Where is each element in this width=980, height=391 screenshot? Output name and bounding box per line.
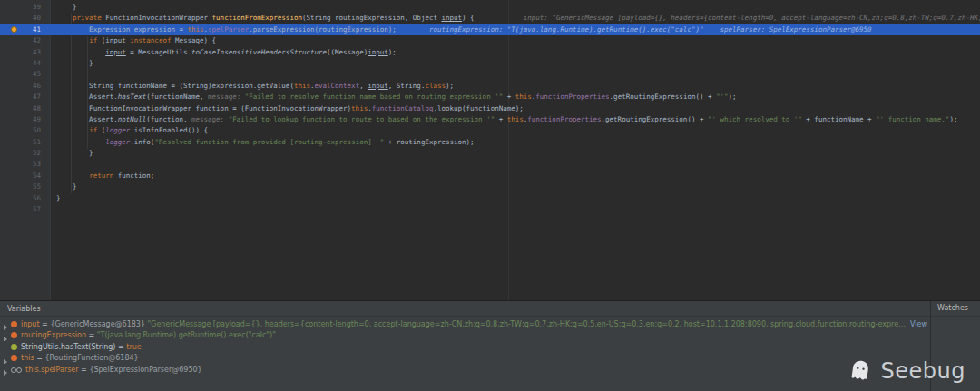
code-text[interactable]: Expression expression = this.spelParser.… <box>51 24 980 35</box>
variable-text: this.spelParser <box>25 366 79 374</box>
variable-text: this <box>21 354 34 362</box>
code-token: .getRoutingExpression() + <box>602 115 708 123</box>
code-text[interactable]: } <box>51 2 980 13</box>
code-line[interactable]: 39 } <box>0 2 980 13</box>
code-token: input: "GenericMessage [payload={}, head… <box>475 14 980 22</box>
code-token: (function, <box>146 115 191 123</box>
view-link[interactable]: View <box>907 320 927 328</box>
code-line[interactable]: 41 Expression expression = this.spelPars… <box>0 24 980 35</box>
code-token: hasText <box>118 93 147 101</box>
code-text[interactable]: Assert.hasText(functionName, message: "F… <box>51 92 980 103</box>
line-number[interactable]: 53 <box>0 159 51 170</box>
code-line[interactable]: 54 return function; <box>0 171 980 181</box>
code-line[interactable]: 57 <box>0 204 980 215</box>
lambda-icon <box>11 344 17 350</box>
variable-text: {SpelExpressionParser@6950} <box>89 366 201 374</box>
code-token <box>56 14 73 22</box>
code-text[interactable]: } <box>51 181 980 192</box>
code-text[interactable]: logger.info("Resolved function from prov… <box>51 137 980 148</box>
line-number[interactable]: 45 <box>0 69 51 80</box>
code-line[interactable]: 50 if (logger.isInfoEnabled()) { <box>0 125 980 136</box>
code-token: message: <box>191 115 229 123</box>
code-text[interactable]: Assert.notNull(function, message: "Faile… <box>51 114 980 125</box>
code-token: logger <box>105 126 130 134</box>
code-text[interactable]: private FunctionInvocationWrapper functi… <box>51 13 980 24</box>
code-line[interactable]: 47 Assert.hasText(functionName, message:… <box>0 92 980 103</box>
code-line[interactable]: 43 input = MessageUtils.toCaseInsensitiv… <box>0 47 980 58</box>
code-text[interactable]: } <box>51 58 980 69</box>
line-number[interactable]: 40 <box>0 13 51 24</box>
code-token <box>56 48 105 56</box>
code-token: , <box>359 82 368 90</box>
code-line[interactable]: 48 FunctionInvocationWrapper function = … <box>0 103 980 114</box>
code-token: evalContext <box>314 82 359 90</box>
code-text[interactable]: if (logger.isInfoEnabled()) { <box>51 125 980 136</box>
variable-row[interactable]: this.spelParser = {SpelExpressionParser@… <box>0 364 927 376</box>
code-token: } <box>56 3 77 11</box>
variable-row[interactable]: routingExpression = "T(java.lang.Runtime… <box>0 330 927 342</box>
variable-text: StringUtils.hasText(String) <box>21 343 115 351</box>
execution-breakpoint-icon[interactable] <box>11 26 17 33</box>
code-text[interactable] <box>51 69 980 80</box>
code-line[interactable]: 53 <box>0 159 980 170</box>
code-text[interactable]: } <box>51 193 980 204</box>
line-number[interactable]: 55 <box>0 181 51 192</box>
line-number[interactable]: 54 <box>0 171 51 181</box>
code-token: private <box>73 14 105 22</box>
code-line[interactable]: 42 if (input instanceof Message) { <box>0 35 980 46</box>
line-number[interactable]: 50 <box>0 125 51 136</box>
code-text[interactable]: return function; <box>51 171 980 181</box>
code-token: String functionName = (String)expression… <box>56 82 294 90</box>
code-text[interactable]: String functionName = (String)expression… <box>51 81 980 92</box>
line-number[interactable]: 43 <box>0 47 51 58</box>
line-number[interactable]: 47 <box>0 92 51 103</box>
code-text[interactable]: input = MessageUtils.toCaseInsensitiveHe… <box>51 47 980 58</box>
code-token: input <box>105 48 126 56</box>
line-number[interactable]: 48 <box>0 103 51 114</box>
variables-tab-label: Variables <box>0 305 41 313</box>
code-text[interactable]: FunctionInvocationWrapper function = (Fu… <box>51 103 980 114</box>
code-line[interactable]: 46 String functionName = (String)express… <box>0 81 980 92</box>
code-text[interactable] <box>51 159 980 170</box>
line-number[interactable]: 46 <box>0 81 51 92</box>
code-text[interactable]: } <box>51 148 980 159</box>
code-token: FunctionInvocationWrapper <box>105 14 211 22</box>
code-token: = MessageUtils. <box>126 48 191 56</box>
code-line[interactable]: 45 <box>0 69 980 80</box>
seebug-logo: Seebug <box>847 357 965 385</box>
variable-text: routingExpression <box>21 331 86 339</box>
code-token: .lookup(functionName); <box>433 104 523 112</box>
line-number[interactable]: 57 <box>0 204 51 215</box>
code-line[interactable]: 55 } <box>0 181 980 192</box>
line-number[interactable]: 52 <box>0 148 51 159</box>
code-line[interactable]: 44 } <box>0 58 980 69</box>
code-line[interactable]: 52 } <box>0 148 980 159</box>
line-number[interactable]: 56 <box>0 193 51 204</box>
code-line[interactable]: 51 logger.info("Resolved function from p… <box>0 137 980 148</box>
line-number[interactable]: 44 <box>0 58 51 69</box>
code-token: notNull <box>118 115 147 123</box>
line-number[interactable]: 39 <box>0 2 51 13</box>
code-editor[interactable]: 39 }40 private FunctionInvocationWrapper… <box>0 0 980 300</box>
line-number[interactable]: 49 <box>0 114 51 125</box>
line-number[interactable]: 51 <box>0 137 51 148</box>
code-token: ); <box>729 93 737 101</box>
code-text[interactable] <box>51 204 980 215</box>
code-token: + routingExpression); <box>384 138 474 146</box>
code-line[interactable]: 49 Assert.notNull(function, message: "Fa… <box>0 114 980 125</box>
code-token: this <box>515 93 532 101</box>
code-token: Expression expression = <box>56 25 188 34</box>
code-token: (functionName, <box>146 93 208 101</box>
code-line[interactable]: 40 private FunctionInvocationWrapper fun… <box>0 13 980 24</box>
line-number[interactable]: 42 <box>0 35 51 46</box>
code-text[interactable]: if (input instanceof Message) { <box>51 35 980 46</box>
code-token: + <box>495 115 507 123</box>
variable-row[interactable]: this = {RoutingFunction@6184} <box>0 353 927 365</box>
code-token: input <box>105 36 126 44</box>
variable-row[interactable]: input = {GenericMessage@6183} "GenericMe… <box>0 318 927 330</box>
variable-row[interactable]: StringUtils.hasText(String) = true <box>0 341 927 353</box>
line-number[interactable]: 41 <box>0 24 51 35</box>
code-line[interactable]: 56} <box>0 193 980 204</box>
code-token: "'" <box>716 93 729 101</box>
code-token: logger <box>105 138 130 146</box>
